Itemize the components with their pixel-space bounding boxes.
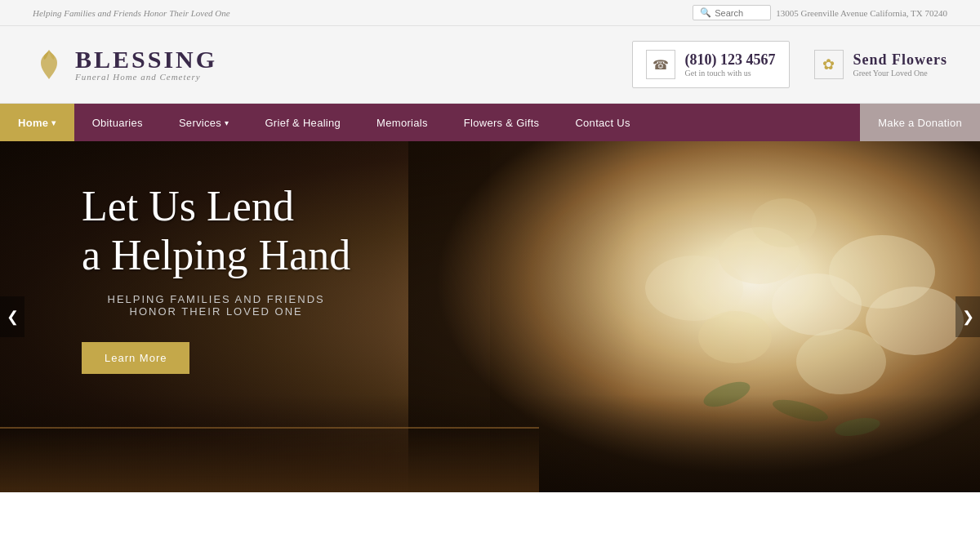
chevron-down-icon-services: ▾	[225, 118, 229, 127]
address: 13005 Greenville Avenue California, TX 7…	[776, 8, 947, 18]
logo-subtitle: Funeral Home and Cemetery	[75, 72, 217, 82]
nav-item-obituaries[interactable]: Obituaries	[74, 104, 161, 141]
chevron-right-icon: ❯	[962, 308, 974, 326]
carousel-arrow-right[interactable]: ❯	[956, 296, 980, 337]
coffin-edge	[0, 427, 539, 492]
logo-title: BLESSING	[75, 47, 217, 72]
nav-label-donate: Make a Donation	[878, 117, 962, 129]
top-bar-right: 🔍 13005 Greenville Avenue California, TX…	[693, 5, 947, 20]
logo-area: BLESSING Funeral Home and Cemetery	[33, 47, 217, 82]
nav-label-home: Home	[18, 117, 48, 129]
phone-number: (810) 123 4567	[685, 51, 776, 69]
search-icon: 🔍	[700, 7, 711, 18]
search-input[interactable]	[715, 8, 764, 18]
nav-label-flowers: Flowers & Gifts	[464, 117, 540, 129]
nav-item-donate[interactable]: Make a Donation	[860, 104, 980, 141]
hero-content: Let Us Lend a Helping Hand HELPING FAMIL…	[82, 182, 350, 374]
nav-label-services: Services	[179, 117, 221, 129]
flower-icon: ✿	[814, 50, 844, 79]
chevron-down-icon: ▾	[51, 118, 56, 127]
phone-sub: Get in touch with us	[685, 69, 776, 78]
chevron-left-icon: ❮	[7, 308, 19, 326]
hero-section: Let Us Lend a Helping Hand HELPING FAMIL…	[0, 141, 980, 492]
svg-point-7	[796, 329, 886, 394]
learn-more-button[interactable]: Learn More	[82, 342, 189, 374]
nav-label-obituaries: Obituaries	[92, 117, 143, 129]
nav-label-grief: Grief & Healing	[265, 117, 341, 129]
hero-title-line1: Let Us Lend	[82, 183, 294, 229]
nav-item-grief[interactable]: Grief & Healing	[247, 104, 359, 141]
phone-icon: ☎	[646, 50, 675, 79]
carousel-arrow-left[interactable]: ❮	[0, 296, 24, 337]
hero-subtitle: HELPING FAMILIES AND FRIENDSHONOR THEIR …	[82, 293, 350, 318]
nav-item-memorials[interactable]: Memorials	[359, 104, 446, 141]
flowers-info: Send Flowers Greet Your Loved One	[853, 51, 948, 78]
nav-item-flowers[interactable]: Flowers & Gifts	[446, 104, 558, 141]
contact-block: ☎ (810) 123 4567 Get in touch with us	[632, 41, 790, 88]
nav-label-contact: Contact Us	[575, 117, 630, 129]
phone-info: (810) 123 4567 Get in touch with us	[685, 51, 776, 78]
nav-label-memorials: Memorials	[376, 117, 428, 129]
hero-title-line2: a Helping Hand	[82, 232, 350, 278]
header-right: ☎ (810) 123 4567 Get in touch with us ✿ …	[632, 41, 948, 88]
top-bar: Helping Families and Friends Honor Their…	[0, 0, 980, 26]
logo-text-group: BLESSING Funeral Home and Cemetery	[75, 47, 217, 82]
hero-title: Let Us Lend a Helping Hand	[82, 182, 350, 280]
header: BLESSING Funeral Home and Cemetery ☎ (81…	[0, 26, 980, 104]
logo-icon	[33, 48, 65, 81]
send-flowers-sub: Greet Your Loved One	[853, 69, 948, 78]
nav-item-services[interactable]: Services ▾	[161, 104, 247, 141]
nav-item-contact[interactable]: Contact Us	[557, 104, 648, 141]
main-nav: Home ▾ Obituaries Services ▾ Grief & Hea…	[0, 104, 980, 141]
send-flowers-block[interactable]: ✿ Send Flowers Greet Your Loved One	[814, 42, 948, 87]
svg-point-8	[866, 287, 964, 355]
tagline: Helping Families and Friends Honor Their…	[33, 8, 230, 18]
svg-point-6	[751, 198, 817, 247]
svg-point-4	[698, 311, 772, 363]
send-flowers-title: Send Flowers	[853, 51, 948, 69]
nav-item-home[interactable]: Home ▾	[0, 104, 74, 141]
search-box[interactable]: 🔍	[693, 5, 771, 20]
